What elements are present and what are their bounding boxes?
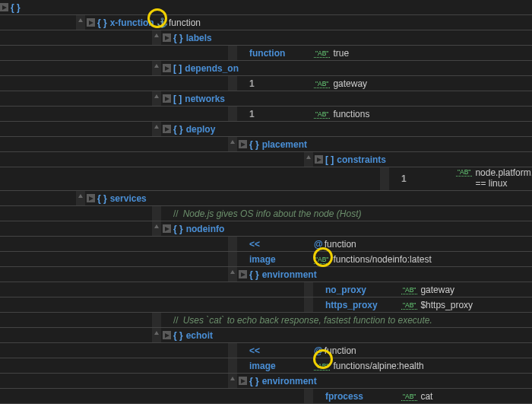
scroll-gutter[interactable] <box>380 167 389 190</box>
scroll-gutter[interactable] <box>228 358 237 373</box>
scroll-gutter[interactable] <box>228 76 237 91</box>
services-row[interactable]: { } services <box>0 191 532 205</box>
environment-key: environment <box>262 269 317 280</box>
nodeinfo-env-row[interactable]: { } environment <box>0 267 532 282</box>
no-proxy-key: no_proxy <box>325 285 366 295</box>
environment-key: environment <box>262 376 317 387</box>
json-tree: { } { } x-function ⚓ function { } labels… <box>0 0 532 404</box>
anchor-label: function <box>169 17 201 28</box>
merge-key: << <box>249 239 260 250</box>
scroll-gutter[interactable] <box>304 152 313 167</box>
scroll-gutter[interactable] <box>76 15 85 30</box>
echoit-image-val: functions/alpine:health <box>333 361 423 371</box>
deploy-row[interactable]: { } deploy <box>0 122 532 136</box>
scroll-gutter[interactable] <box>228 107 237 121</box>
root-row[interactable]: { } <box>0 0 532 14</box>
echoit-row[interactable]: { } echoit <box>0 328 532 342</box>
https-proxy-val: $https_proxy <box>420 300 473 310</box>
expand-toggle[interactable] <box>163 224 171 233</box>
constraints-row[interactable]: [ ] constraints <box>0 152 532 167</box>
string-type-icon: "AB" <box>314 79 330 88</box>
echoit-key: echoit <box>186 330 213 341</box>
nodeinfo-row[interactable]: { } nodeinfo <box>0 221 532 236</box>
depends-on-item-row[interactable]: 1 "AB" gateway <box>0 76 532 91</box>
scroll-gutter[interactable] <box>228 252 237 266</box>
scroll-gutter[interactable] <box>152 221 161 236</box>
expand-toggle[interactable] <box>163 33 171 42</box>
services-key: services <box>110 193 147 204</box>
labels-function-row[interactable]: function "AB" true <box>0 46 532 60</box>
scroll-gutter[interactable] <box>152 61 161 75</box>
constraints-val: node.platform.os == linux <box>475 167 532 189</box>
comment-row: // Uses `cat` to echo back response, fas… <box>0 313 532 327</box>
constraints-key: constraints <box>337 154 386 165</box>
https-proxy-row[interactable]: https_proxy "AB" $https_proxy <box>0 297 532 312</box>
object-brace-icon: { } <box>173 330 183 341</box>
expand-toggle[interactable] <box>0 3 8 11</box>
image-key: image <box>249 254 276 265</box>
nodeinfo-merge-row[interactable]: << @ function <box>0 237 532 251</box>
string-type-icon: "AB" <box>456 167 472 177</box>
labels-row[interactable]: { } labels <box>0 30 532 45</box>
networks-item-row[interactable]: 1 "AB" functions <box>0 107 532 121</box>
scroll-gutter[interactable] <box>228 343 237 358</box>
comment-slashes: // <box>173 315 179 326</box>
string-type-icon: "AB" <box>401 301 417 310</box>
object-brace-icon: { } <box>173 33 183 43</box>
reference-at-icon: @ <box>314 239 323 250</box>
scroll-gutter[interactable] <box>228 237 237 251</box>
no-proxy-val: gateway <box>420 285 454 295</box>
expand-toggle[interactable] <box>239 270 247 278</box>
scroll-gutter[interactable] <box>152 30 161 45</box>
scroll-gutter[interactable] <box>152 313 161 327</box>
comment-slashes: // <box>173 208 179 219</box>
labels-key: labels <box>186 33 212 43</box>
expand-toggle[interactable] <box>239 377 247 385</box>
networks-key: networks <box>185 94 225 104</box>
scroll-gutter[interactable] <box>304 389 313 403</box>
nodeinfo-image-val: functions/nodeinfo:latest <box>333 254 431 265</box>
scroll-gutter[interactable] <box>152 91 161 106</box>
scroll-gutter[interactable] <box>228 374 237 388</box>
depends-on-row[interactable]: [ ] depends_on <box>0 61 532 75</box>
reference-at-icon: @ <box>314 345 323 356</box>
scroll-gutter[interactable] <box>304 282 313 297</box>
array-index: 1 <box>249 109 255 119</box>
expand-toggle[interactable] <box>163 64 171 72</box>
string-type-icon: "AB" <box>314 49 330 58</box>
scroll-gutter[interactable] <box>228 267 237 282</box>
string-type-icon: "AB" <box>314 110 330 119</box>
scroll-gutter[interactable] <box>152 122 161 136</box>
expand-toggle[interactable] <box>87 194 95 202</box>
expand-toggle[interactable] <box>163 94 171 103</box>
expand-toggle[interactable] <box>239 140 247 148</box>
expand-toggle[interactable] <box>163 125 171 133</box>
string-type-icon: "AB" <box>314 255 330 264</box>
merge-val: function <box>325 239 356 250</box>
expand-toggle[interactable] <box>163 331 171 339</box>
scroll-gutter[interactable] <box>152 206 161 221</box>
x-function-key: x-function <box>110 17 154 28</box>
expand-toggle[interactable] <box>87 18 95 27</box>
networks-row[interactable]: [ ] networks <box>0 91 532 106</box>
scroll-gutter[interactable] <box>76 191 85 205</box>
placement-row[interactable]: { } placement <box>0 137 532 151</box>
fprocess-row[interactable]: fprocess "AB" cat <box>0 389 532 403</box>
scroll-gutter[interactable] <box>304 297 313 312</box>
echoit-image-row[interactable]: image "AB" functions/alpine:health <box>0 358 532 373</box>
no-proxy-row[interactable]: no_proxy "AB" gateway <box>0 282 532 297</box>
echoit-merge-row[interactable]: << @ function <box>0 343 532 358</box>
scroll-gutter[interactable] <box>228 46 237 60</box>
object-brace-icon: { } <box>173 224 183 234</box>
constraints-item-row[interactable]: 1 "AB" node.platform.os == linux <box>0 167 532 190</box>
nodeinfo-image-row[interactable]: image "AB" functions/nodeinfo:latest <box>0 252 532 266</box>
echoit-env-row[interactable]: { } environment <box>0 374 532 388</box>
scroll-gutter[interactable] <box>228 137 237 151</box>
x-function-row[interactable]: { } x-function ⚓ function <box>0 15 532 30</box>
fprocess-val: cat <box>420 391 432 402</box>
merge-val: function <box>325 345 356 356</box>
scroll-gutter[interactable] <box>152 328 161 342</box>
array-index: 1 <box>249 78 255 89</box>
expand-toggle[interactable] <box>315 155 323 164</box>
object-brace-icon: { } <box>97 193 107 204</box>
